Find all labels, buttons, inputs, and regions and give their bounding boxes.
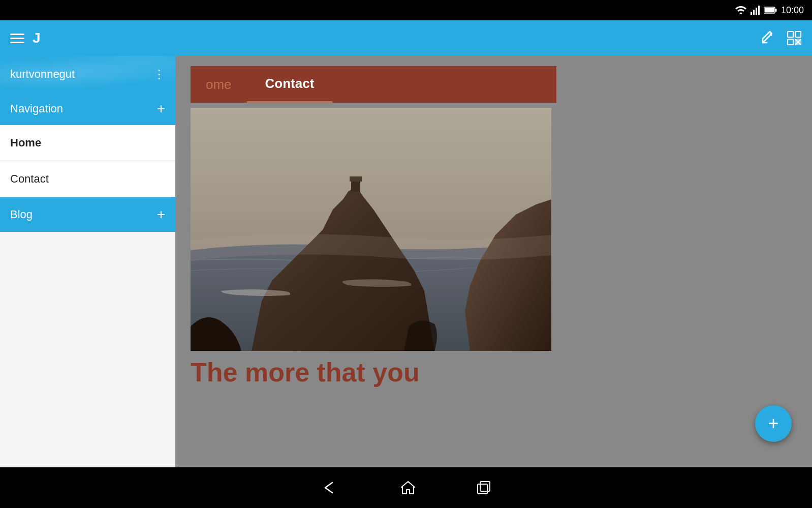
svg-rect-1 [751,12,752,15]
landscape-svg [191,108,551,351]
battery-icon [764,7,777,14]
preview-image [191,108,551,351]
svg-rect-9 [795,32,801,37]
nav-item-blog[interactable]: Blog + [0,197,175,232]
app-bar: J [0,20,812,56]
grid-icon[interactable] [787,31,802,46]
status-time: 10:00 [781,5,804,16]
svg-rect-7 [764,8,774,13]
svg-rect-6 [775,9,776,12]
preview-nav-contact: Contact [247,66,333,103]
bottom-nav [0,467,812,508]
wifi-icon [735,6,746,14]
main-area: kurtvonnegut ⋮ Navigation + Home Contact… [0,56,812,467]
preview-nav-home: ome [191,66,247,103]
back-button[interactable] [321,480,339,495]
content-area: ome Contact [175,56,812,467]
svg-rect-8 [788,32,793,37]
app-logo: J [33,30,41,46]
svg-rect-16 [350,176,362,182]
preview-heading-container: The more that you [191,357,797,387]
home-button[interactable] [400,480,416,495]
nav-item-contact[interactable]: Contact [0,161,175,197]
nav-item-blog-label: Blog [10,208,33,221]
recents-button[interactable] [477,481,491,495]
preview-nav-bar: ome Contact [191,66,556,103]
fab-icon: + [768,413,778,434]
nav-item-contact-label: Contact [10,172,49,186]
sidebar-header: kurtvonnegut ⋮ [0,56,175,93]
svg-rect-17 [478,484,487,494]
svg-point-0 [739,13,742,15]
nav-item-blog-add-icon[interactable]: + [157,206,165,223]
more-options-icon[interactable]: ⋮ [153,67,165,81]
app-bar-left: J [10,30,41,46]
edit-icon[interactable] [761,31,776,46]
hamburger-menu-icon[interactable] [10,34,24,43]
svg-rect-10 [788,39,793,45]
svg-rect-3 [756,8,757,15]
nav-section-add-button[interactable]: + [157,102,165,116]
nav-item-home-label: Home [10,136,41,150]
signal-icon [751,6,760,15]
svg-rect-2 [753,10,755,15]
preview-wrapper: ome Contact [175,56,812,467]
sidebar: kurtvonnegut ⋮ Navigation + Home Contact… [0,56,175,467]
app-bar-right [761,31,802,46]
fab-add-button[interactable]: + [755,405,792,442]
sidebar-username: kurtvonnegut [10,68,75,81]
svg-rect-4 [758,6,760,15]
nav-section-title: Navigation [10,102,63,115]
nav-item-home[interactable]: Home [0,125,175,161]
svg-rect-18 [480,482,490,491]
preview-heading-text: The more that you [191,357,420,387]
nav-section-header: Navigation + [0,93,175,125]
status-bar: 10:00 [0,0,812,20]
status-icons: 10:00 [735,5,804,16]
